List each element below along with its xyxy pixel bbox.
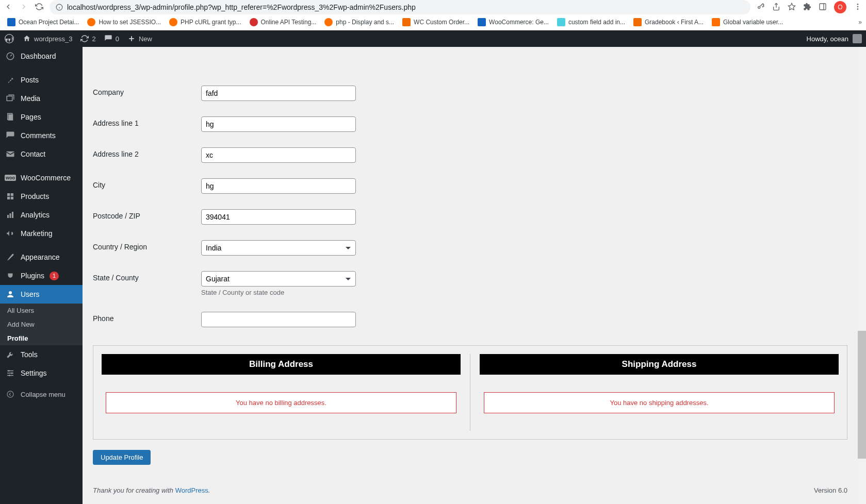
profile-form: Company Address line 1 Address line 2 Ci…	[93, 47, 847, 335]
footer-thanks-prefix: Thank you for creating with	[93, 486, 175, 494]
bookmark-item[interactable]: How to set JSESSIO...	[84, 16, 164, 28]
city-label: City	[93, 181, 105, 189]
shipping-address-column: Shipping Address You have no shipping ad…	[480, 354, 839, 431]
bookmark-item[interactable]: php - Display and s...	[321, 16, 397, 28]
row-postcode: Postcode / ZIP	[93, 201, 847, 232]
sidebar-item-analytics[interactable]: Analytics	[0, 206, 83, 224]
state-label: State / County	[93, 274, 139, 282]
company-input[interactable]	[201, 86, 356, 101]
row-city: City	[93, 171, 847, 201]
svg-point-31	[9, 375, 10, 376]
media-icon	[5, 93, 15, 104]
comments-link[interactable]: 0	[104, 35, 119, 43]
bookmark-item[interactable]: WooCommerce: Ge...	[475, 16, 552, 28]
sidebar-item-pages[interactable]: Pages	[0, 108, 83, 126]
bookmark-item[interactable]: Gradebook ‹ First A...	[630, 16, 707, 28]
share-icon[interactable]	[772, 3, 780, 12]
updates-link[interactable]: 2	[80, 35, 95, 43]
sidebar-item-tools[interactable]: Tools	[0, 345, 83, 364]
brush-icon	[5, 252, 15, 262]
sidebar-item-media[interactable]: Media	[0, 89, 83, 108]
bookmark-item[interactable]: custom field add in...	[554, 16, 628, 28]
bookmark-item[interactable]: Ocean Project Detai...	[4, 16, 82, 28]
reload-icon[interactable]	[35, 3, 43, 12]
scrollbar-thumb[interactable]	[858, 331, 866, 459]
bookmarks-overflow-icon[interactable]: »	[858, 19, 862, 26]
products-icon	[5, 191, 15, 201]
postcode-label: Postcode / ZIP	[93, 212, 140, 220]
svg-point-9	[857, 8, 859, 10]
profile-avatar[interactable]: O	[834, 1, 846, 13]
sidebar-item-products[interactable]: Products	[0, 187, 83, 206]
country-select[interactable]: India	[201, 240, 356, 256]
svg-point-32	[7, 391, 13, 397]
phone-input[interactable]	[201, 312, 356, 327]
wp-version: Version 6.0	[814, 486, 847, 494]
sidebar-item-settings[interactable]: Settings	[0, 364, 83, 382]
wp-footer: Thank you for creating with WordPress. V…	[93, 466, 847, 494]
new-link[interactable]: New	[127, 35, 152, 43]
update-profile-button[interactable]: Update Profile	[93, 450, 151, 465]
svg-rect-19	[11, 193, 13, 196]
page-icon	[5, 112, 15, 122]
bookmark-item[interactable]: WC Custom Order...	[399, 16, 472, 28]
submenu-add-new[interactable]: Add New	[0, 317, 83, 331]
svg-marker-4	[788, 3, 795, 10]
sidebar-item-dashboard[interactable]: Dashboard	[0, 47, 83, 65]
back-icon[interactable]	[4, 3, 12, 12]
row-company: Company	[93, 78, 847, 109]
sidebar-item-woocommerce[interactable]: wooWooCommerce	[0, 169, 83, 187]
sidebar-item-appearance[interactable]: Appearance	[0, 248, 83, 266]
pin-icon	[5, 75, 15, 85]
billing-address-column: Billing Address You have no billing addr…	[102, 354, 461, 431]
postcode-input[interactable]	[201, 209, 356, 225]
extensions-icon[interactable]	[803, 3, 811, 12]
divider	[470, 354, 470, 431]
submenu-profile[interactable]: Profile	[0, 331, 83, 345]
country-label: Country / Region	[93, 243, 147, 251]
panel-icon[interactable]	[819, 3, 827, 12]
svg-point-29	[8, 370, 10, 372]
sidebar-item-comments[interactable]: Comments	[0, 126, 83, 145]
comment-icon	[5, 130, 15, 141]
addr1-label: Address line 1	[93, 119, 139, 127]
bookmark-item[interactable]: Online API Testing...	[247, 16, 320, 28]
scrollbar[interactable]	[858, 47, 866, 504]
howdy-text[interactable]: Howdy, ocean	[807, 35, 848, 43]
users-submenu: All Users Add New Profile	[0, 304, 83, 345]
browser-toolbar: localhost/wordpress_3/wp-admin/profile.p…	[0, 0, 866, 14]
addr2-label: Address line 2	[93, 150, 139, 158]
sidebar-item-contact[interactable]: Contact	[0, 145, 83, 163]
admin-sidebar: Dashboard Posts Media Pages Comments Con…	[0, 47, 83, 504]
forward-icon[interactable]	[20, 3, 28, 12]
sidebar-item-marketing[interactable]: Marketing	[0, 224, 83, 243]
collapse-menu[interactable]: Collapse menu	[0, 384, 83, 404]
megaphone-icon	[5, 228, 15, 239]
addr2-input[interactable]	[201, 147, 356, 163]
url-bar[interactable]: localhost/wordpress_3/wp-admin/profile.p…	[50, 0, 750, 14]
sidebar-item-posts[interactable]: Posts	[0, 71, 83, 89]
site-link[interactable]: wordpress_3	[23, 35, 72, 43]
billing-empty-msg: You have no billing addresses.	[106, 392, 456, 413]
wp-logo-icon[interactable]	[4, 33, 14, 44]
state-select[interactable]: Gujarat	[201, 271, 356, 287]
user-avatar-icon[interactable]	[853, 34, 862, 43]
menu-icon[interactable]	[854, 3, 862, 12]
bookmark-item[interactable]: PHP cURL grant typ...	[166, 16, 244, 28]
sidebar-item-users[interactable]: Users	[0, 285, 83, 304]
chart-icon	[5, 210, 15, 220]
submenu-all-users[interactable]: All Users	[0, 304, 83, 317]
woo-icon: woo	[5, 173, 15, 183]
key-icon[interactable]	[757, 3, 765, 12]
company-label: Company	[93, 88, 124, 96]
shipping-empty-msg: You have no shipping addresses.	[484, 392, 835, 413]
url-text: localhost/wordpress_3/wp-admin/profile.p…	[67, 3, 416, 11]
addr1-input[interactable]	[201, 116, 356, 132]
star-icon[interactable]	[788, 3, 796, 12]
city-input[interactable]	[201, 178, 356, 194]
svg-rect-18	[7, 193, 10, 196]
sidebar-item-plugins[interactable]: Plugins 1	[0, 266, 83, 285]
footer-wp-link[interactable]: WordPress	[175, 486, 208, 494]
bookmarks-bar: Ocean Project Detai... How to set JSESSI…	[0, 14, 866, 30]
bookmark-item[interactable]: Global variable user...	[709, 16, 786, 28]
